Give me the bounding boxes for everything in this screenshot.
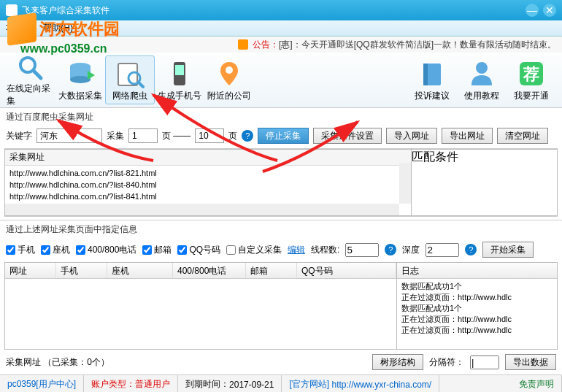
filter-qq[interactable]: QQ号码 [177, 244, 220, 256]
help-icon[interactable]: ? [385, 244, 396, 255]
app-icon [6, 4, 18, 16]
keyword-label: 关键字 [6, 130, 32, 142]
scrollbar-horizontal[interactable] [5, 204, 399, 215]
database-icon [64, 58, 96, 90]
edit-link[interactable]: 编辑 [288, 244, 305, 256]
tool-feedback[interactable]: 投诉建议 [407, 55, 457, 104]
sep-label: 分隔符： [429, 356, 464, 369]
svg-point-4 [70, 76, 91, 83]
annotation-arrow [44, 109, 161, 168]
sound-icon [238, 39, 248, 50]
col-tel[interactable]: 座机 [107, 263, 173, 278]
status-disclaimer[interactable]: 免责声明 [439, 375, 562, 392]
filter-tel400[interactable]: 400/800电话 [76, 244, 136, 256]
log-line: 正在过滤页面：http://www.hdlc [401, 325, 553, 336]
log-line: 数据匹配成功1个 [401, 303, 553, 314]
threads-input[interactable] [345, 243, 379, 257]
tool-bigdata[interactable]: 大数据采集 [55, 55, 105, 104]
announce-text: [惠]：今天开通即送[QQ群发软件简洁版]一款！数量有限活动随时结束。 [279, 39, 556, 51]
match-panel: 匹配条件 [412, 149, 558, 216]
export-data-button[interactable]: 导出数据 [505, 354, 556, 370]
close-button[interactable]: ✕ [543, 4, 556, 17]
depth-input[interactable] [426, 243, 459, 257]
match-header: 匹配条件 [412, 150, 557, 165]
scrollbar-vertical[interactable] [399, 163, 411, 204]
menu-func[interactable]: 功能(F) [6, 22, 34, 34]
filter-mobile[interactable]: 手机 [6, 244, 35, 256]
grid-body[interactable] [5, 279, 396, 349]
section2-label: 通过上述网址采集页面中指定信息 [0, 220, 562, 237]
announcement-bar: 公告： [惠]：今天开通即送[QQ群发软件简洁版]一款！数量有限活动随时结束。 [0, 36, 562, 53]
tree-button[interactable]: 树形结构 [372, 354, 423, 370]
col-qq[interactable]: QQ号码 [297, 263, 396, 278]
depth-label: 深度 [402, 244, 420, 256]
window-title: 飞来客户综合采集软件 [22, 4, 109, 17]
statusbar: pc0359[用户中心] 账户类型：普通用户 到期时间：2017-09-21 [… [0, 374, 562, 392]
list-item[interactable]: http://www.hdlchina.com.cn/?list-841.htm… [9, 191, 407, 202]
tool-activate[interactable]: 荐 我要开通 [507, 55, 556, 104]
status-site[interactable]: [官方网站] http://www.yxr-china.com/ [282, 375, 439, 392]
svg-line-1 [34, 71, 41, 78]
sep-input[interactable] [470, 356, 499, 369]
list-item[interactable]: http://www.hdlchina.com.cn/?list-840.htm… [9, 179, 407, 191]
import-url-button[interactable]: 导入网址 [386, 128, 437, 144]
threads-label: 线程数: [311, 244, 339, 256]
menu-help[interactable]: 帮助(H) [43, 22, 73, 34]
svg-point-14 [476, 62, 488, 74]
magnifier-icon [15, 53, 47, 82]
log-panel: 日志 数据匹配成功1个 正在过滤页面：http://www.hdlc 数据匹配成… [396, 263, 557, 349]
search-page-icon [114, 58, 146, 90]
result-area: 网址 手机 座机 400/800电话 邮箱 QQ号码 日志 数据匹配成功1个 正… [4, 262, 558, 350]
help-icon[interactable]: ? [465, 244, 477, 255]
filter-custom[interactable]: 自定义采集 [226, 244, 282, 256]
notebook-icon [416, 58, 448, 90]
status-account: 账户类型：普通用户 [84, 375, 178, 392]
col-mail[interactable]: 邮箱 [246, 263, 297, 278]
minimize-button[interactable]: — [526, 4, 539, 17]
titlebar: 飞来客户综合采集软件 — ✕ [0, 0, 562, 20]
bottom-row: 采集网址 （已采集：0个） 树形结构 分隔符： 导出数据 [0, 350, 562, 374]
export-url-button[interactable]: 导出网址 [442, 128, 493, 144]
svg-text:荐: 荐 [523, 65, 539, 83]
log-header: 日志 [397, 263, 557, 279]
col-mobile[interactable]: 手机 [56, 263, 107, 278]
svg-rect-10 [175, 65, 184, 75]
filter-row: 手机 座机 400/800电话 邮箱 QQ号码 自定义采集 编辑 线程数: ? … [0, 237, 562, 262]
start-collect-button[interactable]: 开始采集 [482, 242, 534, 258]
tool-online[interactable]: 在线定向采集 [6, 55, 55, 104]
location-icon [213, 58, 245, 90]
log-line: 正在过滤页面：http://www.hdlc [401, 292, 553, 303]
result-grid: 网址 手机 座机 400/800电话 邮箱 QQ号码 [5, 263, 396, 349]
filter-tel[interactable]: 座机 [41, 244, 70, 256]
svg-rect-13 [423, 64, 428, 85]
log-line: 数据匹配成功1个 [401, 281, 553, 292]
collect-summary: 采集网址 （已采集：0个） [6, 356, 109, 369]
activate-icon: 荐 [515, 58, 547, 90]
svg-line-8 [139, 82, 143, 87]
svg-point-11 [226, 66, 233, 74]
annotation-arrow [255, 113, 372, 179]
log-line: 正在过滤页面：http://www.hdlc [401, 314, 553, 325]
phone-icon [163, 58, 196, 90]
announce-label: 公告： [253, 39, 279, 51]
col-url[interactable]: 网址 [5, 263, 56, 278]
svg-rect-6 [118, 64, 137, 85]
status-expire: 到期时间：2017-09-21 [178, 375, 282, 392]
filter-mail[interactable]: 邮箱 [142, 244, 172, 256]
tool-tutorial[interactable]: 使用教程 [457, 55, 507, 104]
person-icon [466, 58, 498, 90]
svg-marker-5 [88, 71, 95, 80]
status-user-center[interactable]: pc0359[用户中心] [0, 375, 84, 392]
menubar: 功能(F) 帮助(H) [0, 20, 562, 36]
col-tel400[interactable]: 400/800电话 [173, 263, 246, 278]
grid-header: 网址 手机 座机 400/800电话 邮箱 QQ号码 [5, 263, 396, 279]
log-body: 数据匹配成功1个 正在过滤页面：http://www.hdlc 数据匹配成功1个… [397, 279, 557, 338]
clear-url-button[interactable]: 清空网址 [497, 128, 548, 144]
